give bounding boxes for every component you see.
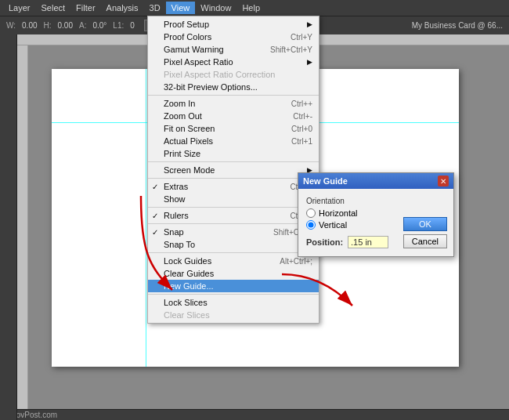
separator-2 [148,161,319,162]
menu-item-rulers[interactable]: ✓ Rulers Ctrl+R [148,209,319,222]
orientation-label: Orientation [306,197,446,205]
menu-item-proof-setup[interactable]: Proof Setup ▶ [148,18,319,31]
menu-select[interactable]: Select [36,2,71,14]
w-value: 0.00 [22,21,37,30]
menu-layer[interactable]: Layer [3,2,36,14]
submenu-arrow-proof-setup: ▶ [307,20,312,28]
menubar: Layer Select Filter Analysis 3D View Win… [0,0,509,16]
new-guide-dialog: New Guide ✕ Orientation Horizontal Verti… [298,172,454,257]
rulers-label: Rulers [164,211,189,220]
position-input[interactable] [348,236,388,248]
snap-checkmark: ✓ [152,228,158,237]
extras-label: Extras [164,182,188,191]
actual-pixels-shortcut: Ctrl+1 [291,137,312,146]
l1-value: 0 [130,21,135,30]
lock-guides-shortcut: Alt+Ctrl+; [280,257,312,266]
horizontal-radio[interactable] [306,208,316,218]
separator-7 [148,294,319,295]
fit-screen-shortcut: Ctrl+0 [291,125,312,133]
menu-item-actual-pixels[interactable]: Actual Pixels Ctrl+1 [148,135,319,147]
h-label: H: [44,21,52,30]
fit-screen-label: Fit on Screen [164,124,215,133]
zoom-in-label: Zoom In [164,99,195,108]
zoom-out-label: Zoom Out [164,111,202,121]
gamut-warning-shortcut: Shift+Ctrl+Y [270,45,312,54]
submenu-arrow-pixel-aspect: ▶ [307,58,312,66]
menu-item-pixel-aspect-correction-label: Pixel Aspect Ratio Correction [164,70,275,79]
menu-item-screen-mode[interactable]: Screen Mode ▶ [148,164,319,176]
doc-title: My Business Card @ 66... [412,21,503,30]
menu-item-clear-guides[interactable]: Clear Guides [148,267,319,280]
dialog-body: Orientation Horizontal Vertical Position… [298,189,453,256]
menu-item-proof-colors[interactable]: Proof Colors Ctrl+Y [148,31,319,43]
menu-analysis[interactable]: Analysis [101,2,144,14]
menu-item-print-size[interactable]: Print Size [148,147,319,160]
separator-5 [148,223,319,224]
menu-item-proof-colors-label: Proof Colors [164,32,211,42]
guide-vertical [146,69,146,367]
left-toolbar [0,34,17,420]
ok-button[interactable]: OK [403,217,447,231]
lock-guides-label: Lock Guides [164,256,211,266]
menu-item-fit-screen[interactable]: Fit on Screen Ctrl+0 [148,122,319,135]
menu-item-clear-slices: Clear Slices [148,309,319,321]
menu-item-lock-slices[interactable]: Lock Slices [148,296,319,309]
lock-slices-label: Lock Slices [164,298,208,307]
w-label: W: [6,21,16,30]
menu-item-extras[interactable]: ✓ Extras Ctrl+H [148,180,319,193]
view-dropdown-menu: Proof Setup ▶ Proof Colors Ctrl+Y Gamut … [147,16,319,324]
menu-item-proof-setup-label: Proof Setup [164,20,209,29]
menu-item-pixel-aspect-ratio[interactable]: Pixel Aspect Ratio ▶ [148,56,319,68]
position-label: Position: [306,237,343,247]
dialog-buttons: OK Cancel [403,217,447,248]
menu-3d[interactable]: 3D [144,2,166,14]
menu-item-32bit-label: 32-bit Preview Options... [164,82,258,92]
dialog-titlebar: New Guide ✕ [298,173,453,189]
menu-item-snap[interactable]: ✓ Snap Shift+Ctrl+; [148,226,319,238]
menu-item-lock-guides[interactable]: Lock Guides Alt+Ctrl+; [148,255,319,267]
menu-view[interactable]: View [166,2,196,14]
extras-checkmark: ✓ [152,183,158,191]
print-size-label: Print Size [164,149,200,158]
show-label: Show [164,194,186,204]
new-guide-label: New Guide... [164,281,214,291]
zoom-out-shortcut: Ctrl+- [293,112,312,121]
menu-item-gamut-warning[interactable]: Gamut Warning Shift+Ctrl+Y [148,43,319,56]
zoom-in-shortcut: Ctrl++ [291,100,312,108]
separator-1 [148,95,319,96]
menu-help[interactable]: Help [236,2,265,14]
rulers-checkmark: ✓ [152,212,158,220]
menu-window[interactable]: Window [195,2,236,14]
menu-filter[interactable]: Filter [70,2,100,14]
menu-item-pixel-aspect-ratio-correction: Pixel Aspect Ratio Correction [148,68,319,81]
h-value: 0.00 [58,21,73,30]
dialog-close-button[interactable]: ✕ [438,176,449,186]
ruler-vertical [17,45,28,409]
proof-colors-shortcut: Ctrl+Y [291,33,312,42]
menu-item-pixel-aspect-ratio-label: Pixel Aspect Ratio [164,57,233,67]
menu-item-show[interactable]: Show ▶ [148,193,319,205]
horizontal-label: Horizontal [319,208,358,218]
screen-mode-label: Screen Mode [164,165,215,175]
separator-4 [148,207,319,208]
vertical-label: Vertical [319,220,347,230]
l1-label: L1: [113,21,124,30]
menu-item-gamut-warning-label: Gamut Warning [164,45,224,54]
menu-item-32bit-preview[interactable]: 32-bit Preview Options... [148,81,319,93]
a-label: A: [79,21,86,30]
vertical-radio[interactable] [306,220,316,230]
clear-guides-label: Clear Guides [164,269,214,278]
menu-item-snap-to[interactable]: Snap To ▶ [148,238,319,251]
cancel-button[interactable]: Cancel [403,234,447,248]
status-bar: 3DovPost.com [0,409,509,420]
snap-label: Snap [164,227,184,237]
separator-6 [148,252,319,253]
menu-item-zoom-in[interactable]: Zoom In Ctrl++ [148,97,319,110]
dialog-title: New Guide [303,176,348,186]
clear-slices-label: Clear Slices [164,310,210,320]
menu-item-zoom-out[interactable]: Zoom Out Ctrl+- [148,110,319,122]
menu-item-new-guide[interactable]: New Guide... [148,280,319,292]
separator-3 [148,178,319,179]
snap-to-label: Snap To [164,240,195,249]
actual-pixels-label: Actual Pixels [164,136,213,146]
